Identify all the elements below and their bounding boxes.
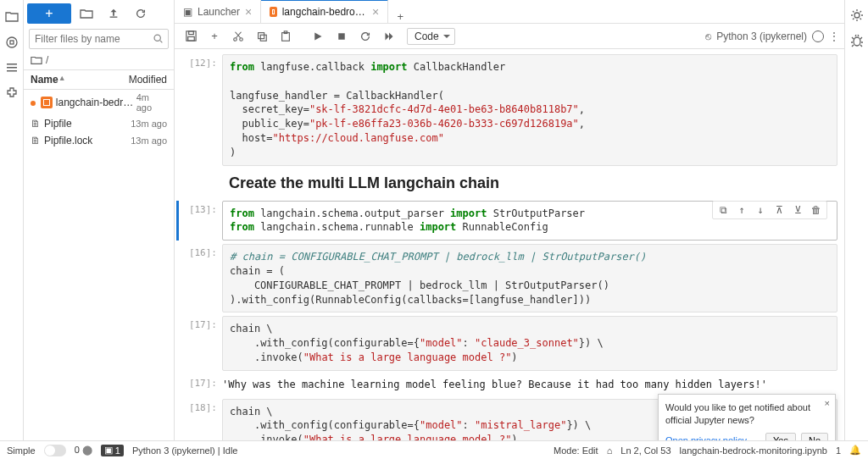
upload-icon[interactable] (102, 3, 125, 24)
list-item[interactable]: 🗎Pipfile.lock 13m ago (24, 132, 174, 149)
close-icon[interactable]: × (372, 5, 379, 19)
filter-input[interactable] (29, 29, 169, 49)
file-label[interactable]: langchain-bedrock-monitoring.ipynb (680, 445, 827, 456)
code-cell-active[interactable]: [13]: ⧉ ↑ ↓ ⊼ ⊻ 🗑 from langchain.schema.… (175, 199, 844, 243)
right-sidebar (844, 0, 868, 459)
prompt: [17]: (175, 374, 222, 395)
svg-rect-3 (7, 67, 17, 69)
interrupt-icon[interactable] (331, 26, 353, 47)
kernel-name[interactable]: Python 3 (ipykernel) (716, 30, 807, 42)
toc-icon[interactable] (5, 61, 19, 75)
list-item[interactable]: langchain-bedro... 4m ago (24, 90, 174, 115)
breadcrumb[interactable]: / (24, 51, 174, 69)
code-cell[interactable]: [12]: from langfuse.callback import Call… (175, 53, 844, 168)
insert-above-icon[interactable]: ⊼ (772, 203, 786, 217)
cut-icon[interactable] (227, 26, 249, 47)
running-icon[interactable] (5, 36, 19, 49)
output-text: 'Why was the machine learning model feel… (222, 374, 837, 395)
file-icon: 🗎 (31, 135, 41, 147)
move-up-icon[interactable]: ↑ (735, 203, 748, 217)
code-input[interactable]: from langfuse.callback import CallbackHa… (222, 54, 837, 166)
tab-bar: ▣ Launcher × langchain-bedrock-monitor ×… (175, 0, 844, 24)
svg-point-17 (854, 13, 860, 18)
notbook-trusted-icon: ⎋ (705, 30, 711, 42)
svg-rect-8 (188, 31, 193, 35)
status-zero[interactable]: 0 ⬤ (75, 445, 92, 456)
prompt: [16]: (175, 244, 222, 312)
new-tab-button[interactable]: + (388, 10, 412, 23)
output-cell: [17]: 'Why was the machine learning mode… (175, 373, 844, 397)
bell-icon[interactable]: 🔔 (849, 445, 861, 456)
active-indicator (176, 201, 179, 241)
sync-icon[interactable]: ⌂ (607, 445, 613, 456)
list-item[interactable]: 🗎Pipfile 13m ago (24, 115, 174, 132)
file-list-header: Name▲ Modified (24, 69, 174, 90)
notif-count[interactable]: 1 (836, 445, 841, 456)
new-launcher-button[interactable]: + (27, 3, 71, 24)
insert-cell-icon[interactable]: + (203, 26, 225, 47)
svg-rect-9 (187, 36, 194, 41)
main-panel: ▣ Launcher × langchain-bedrock-monitor ×… (175, 0, 844, 459)
code-input[interactable]: chain \ .with_config(configurable={"mode… (222, 316, 837, 370)
prompt: [12]: (175, 54, 222, 166)
launcher-icon: ▣ (183, 6, 192, 18)
terminals-badge[interactable]: ▣ 1 (101, 445, 124, 456)
debugger-icon[interactable] (850, 34, 864, 47)
svg-rect-2 (7, 64, 17, 65)
close-icon[interactable]: × (825, 398, 830, 408)
svg-rect-13 (260, 35, 266, 41)
tab-launcher[interactable]: ▣ Launcher × (175, 0, 261, 23)
cell-type-select[interactable]: Code (407, 28, 455, 45)
copy-icon[interactable] (251, 26, 273, 47)
cell-toolbar: ⧉ ↑ ↓ ⊼ ⊻ 🗑 (712, 201, 827, 219)
move-down-icon[interactable]: ↓ (754, 203, 767, 217)
code-cell[interactable]: [17]: chain \ .with_config(configurable=… (175, 314, 844, 372)
svg-rect-16 (338, 33, 345, 40)
extensions-icon[interactable] (5, 86, 19, 100)
svg-point-11 (240, 37, 243, 41)
file-browser: + / Name▲ Modified langchain-bedro... 4m… (24, 0, 175, 459)
svg-rect-1 (10, 41, 14, 44)
status-bar: Simple 0 ⬤ ▣ 1 Python 3 (ipykernel) | Id… (0, 440, 868, 459)
ln-col[interactable]: Ln 2, Col 53 (620, 445, 670, 456)
search-icon (153, 33, 164, 44)
save-icon[interactable] (180, 26, 202, 47)
paste-icon[interactable] (275, 26, 297, 47)
delete-cell-icon[interactable]: 🗑 (810, 203, 823, 217)
mode-label: Mode: Edit (554, 445, 598, 456)
prompt: [13]: (175, 201, 222, 241)
code-input[interactable]: # chain = CONFIGURABLE_CHAT_PROMPT | bed… (222, 244, 837, 312)
restart-icon[interactable] (354, 26, 376, 47)
property-inspector-icon[interactable] (850, 8, 864, 22)
prompt: [17]: (175, 316, 222, 370)
run-icon[interactable] (307, 26, 329, 47)
activity-bar (0, 0, 24, 459)
insert-below-icon[interactable]: ⊻ (791, 203, 804, 217)
notebook-toolbar: + Code ⎋ Python 3 (ipykernel) ⋮ (175, 24, 844, 49)
refresh-icon[interactable] (129, 3, 153, 24)
svg-rect-5 (110, 17, 118, 18)
svg-rect-4 (7, 70, 17, 72)
file-list: langchain-bedro... 4m ago 🗎Pipfile 13m a… (24, 90, 174, 459)
notebook-content[interactable]: [12]: from langfuse.callback import Call… (175, 49, 844, 459)
duplicate-icon[interactable]: ⧉ (716, 203, 730, 217)
markdown-cell[interactable]: Create the multi LLM langchain chain (175, 168, 844, 199)
tab-notebook[interactable]: langchain-bedrock-monitor × (261, 0, 388, 23)
switch-kernel-icon[interactable]: ⋮ (829, 30, 839, 42)
svg-point-18 (854, 37, 860, 46)
kernel-status[interactable]: Python 3 (ipykernel) | Idle (132, 445, 238, 456)
svg-point-6 (154, 35, 160, 41)
close-icon[interactable]: × (245, 5, 252, 19)
folder-icon[interactable] (5, 10, 19, 24)
svg-rect-12 (259, 32, 264, 38)
new-folder-icon[interactable] (75, 3, 98, 24)
code-cell[interactable]: [16]: # chain = CONFIGURABLE_CHAT_PROMPT… (175, 242, 844, 314)
svg-point-10 (234, 37, 237, 41)
popup-message: Would you like to get notified about off… (665, 401, 828, 426)
notebook-icon (270, 7, 276, 17)
svg-point-0 (7, 37, 17, 47)
simple-label: Simple (7, 445, 36, 456)
kernel-status-icon (812, 30, 824, 42)
restart-run-all-icon[interactable] (378, 26, 400, 47)
simple-toggle[interactable] (44, 445, 66, 456)
